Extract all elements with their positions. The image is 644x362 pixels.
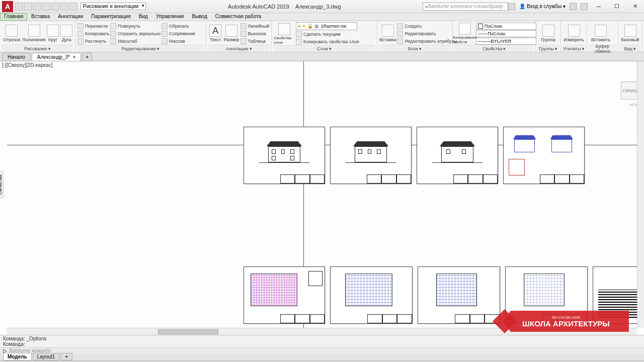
workspace-selector[interactable]: Рисование и аннотации [80, 3, 146, 10]
qat-open-icon[interactable] [24, 3, 32, 11]
arc-button[interactable]: Дуга [60, 23, 73, 45]
move-button[interactable]: Перенести [77, 23, 109, 30]
command-history: Команда: _Options Команда: [0, 335, 644, 347]
qat-saveas-icon[interactable] [42, 3, 50, 11]
tab-parametric[interactable]: Параметризация [87, 13, 135, 21]
arc-icon [60, 25, 72, 37]
tab-annotate[interactable]: Аннотации [54, 13, 87, 21]
panel-view: Базовый Вид▾ [618, 21, 642, 52]
rotate-button[interactable]: Повернуть [110, 23, 160, 30]
close-button[interactable]: ✕ [628, 2, 642, 11]
panel-anno-label[interactable]: Аннотации ▾ [208, 45, 269, 52]
tab-home[interactable]: Главная [0, 13, 27, 21]
dimension-button[interactable]: Размер [224, 23, 239, 45]
insert-block-button[interactable]: Вставка [379, 23, 396, 45]
linetype-combo[interactable]: ──── BYLAYER [476, 38, 536, 45]
maximize-button[interactable]: ☐ [610, 2, 624, 11]
text-icon: A [209, 25, 221, 37]
move-icon [77, 23, 84, 29]
group-button[interactable]: Группа [538, 23, 558, 45]
table-button[interactable]: Таблица [240, 38, 269, 45]
fillet-button[interactable]: Сопряжение [162, 30, 195, 37]
drawing-sheet [503, 127, 585, 184]
search-input[interactable]: ▸ Введите ключевое слово/фразу [423, 3, 508, 11]
panel-layers: Свойства слоя ●☀🔓▦1Razmer-osi Сделать те… [272, 21, 377, 52]
layer-props-button[interactable]: Свойства слоя [274, 23, 295, 45]
viewport-label[interactable]: [-][Сверху][2D-каркас] [2, 62, 52, 68]
tab-new-plus[interactable]: + [82, 53, 92, 61]
polyline-button[interactable]: Полилиния [23, 23, 46, 45]
paste-button[interactable]: Вставить [589, 23, 612, 45]
array-button[interactable]: Массив [162, 38, 195, 45]
qat-undo-icon[interactable] [60, 3, 68, 11]
base-view-button[interactable]: Базовый [620, 23, 640, 45]
viewcube[interactable]: Сверху [621, 81, 639, 100]
layer-combo[interactable]: ●☀🔓▦1Razmer-osi [296, 22, 357, 30]
layout-tabs: Модель Layout1 + [0, 353, 644, 361]
infocenter-icon[interactable] [508, 3, 515, 10]
match-layer-button[interactable]: Копировать свойства слоя [296, 38, 375, 45]
circle-button[interactable]: Круг [47, 23, 59, 45]
color-combo[interactable]: ПоСлою [476, 23, 536, 30]
create-block-button[interactable]: Создать [397, 23, 457, 30]
qat-save-icon[interactable] [33, 3, 41, 11]
edit-attr-button[interactable]: Редактировать атрибуты [397, 38, 457, 45]
signin-button[interactable]: 👤 Вход в службы ▾ [519, 4, 566, 9]
qat-redo-icon[interactable] [69, 3, 77, 11]
panel-groups-label[interactable]: Группы▾ [538, 45, 558, 52]
copy-button[interactable]: Копировать [77, 30, 109, 37]
tab-insert[interactable]: Вставка [27, 13, 54, 21]
panel-properties: Копирование свойств ПоСлою ─── ПоСлою ──… [453, 21, 536, 52]
linear-button[interactable]: Линейный [240, 23, 269, 30]
drawing-sheet [244, 266, 325, 324]
panel-draw: Отрезок Полилиния Круг Дуга Рисование ▾ [0, 21, 75, 52]
measure-button[interactable]: Измерить [563, 23, 585, 45]
make-current-button[interactable]: Сделать текущим [296, 31, 375, 38]
tab-document[interactable]: Александр_3* × [32, 53, 81, 61]
scrollbar-vertical[interactable] [637, 61, 644, 328]
drawing-canvas[interactable]: [-][Сверху][2D-каркас] Свойства Сверху М… [0, 61, 644, 335]
tab-start[interactable]: Начало [2, 53, 31, 61]
minimize-button[interactable]: ─ [592, 2, 606, 11]
drawing-sheet [330, 266, 413, 324]
scale-button[interactable]: Масштаб [110, 38, 160, 45]
help-icon[interactable] [581, 3, 588, 10]
line-button[interactable]: Отрезок [2, 23, 22, 45]
group-icon [542, 25, 554, 37]
matchprop-icon [459, 23, 471, 35]
tab-model[interactable]: Модель [3, 353, 32, 360]
qat-plot-icon[interactable] [51, 3, 59, 11]
dim-icon [225, 25, 237, 37]
panel-draw-label[interactable]: Рисование ▾ [2, 45, 73, 52]
edit-block-button[interactable]: Редактировать [397, 30, 457, 37]
app-menu-button[interactable]: A [2, 1, 13, 12]
tab-manage[interactable]: Управление [152, 13, 188, 21]
stretch-button[interactable]: Растянуть [77, 38, 109, 45]
panel-layers-label[interactable]: Слои ▾ [274, 45, 375, 52]
array-icon [162, 38, 168, 44]
tab-layout1[interactable]: Layout1 [33, 353, 60, 360]
panel-props-label[interactable]: Свойства ▾ [455, 45, 533, 52]
qat-new-icon[interactable] [15, 3, 23, 11]
tab-add-layout[interactable]: + [60, 353, 72, 360]
baseview-icon [624, 25, 636, 37]
panel-block-label[interactable]: Блок ▾ [379, 45, 450, 52]
command-input[interactable]: ▷ Введите команду [0, 347, 644, 353]
panel-utils-label[interactable]: Утилиты▾ [563, 45, 585, 52]
match-props-button[interactable]: Копирование свойств [455, 23, 475, 45]
properties-palette-tab[interactable]: Свойства [0, 171, 4, 198]
leader-button[interactable]: Выноска [240, 30, 269, 37]
panel-view-label[interactable]: Вид▾ [620, 45, 640, 52]
text-button[interactable]: AТекст [208, 23, 223, 45]
rotate-icon [110, 23, 116, 29]
trim-button[interactable]: Обрезать [162, 23, 195, 30]
lineweight-combo[interactable]: ─── ПоСлою [476, 30, 536, 37]
panel-modify-label[interactable]: Редактирование ▾ [77, 45, 204, 52]
mirror-button[interactable]: Отразить зеркально [110, 30, 160, 37]
tab-collab[interactable]: Совместная работа [211, 13, 266, 21]
tab-output[interactable]: Вывод [188, 13, 211, 21]
exchange-icon[interactable] [570, 3, 577, 10]
panel-clipboard: Вставить Буфер обмена [587, 21, 618, 52]
tab-view[interactable]: Вид [135, 13, 152, 21]
search-placeholder: Введите ключевое слово/фразу [428, 4, 503, 9]
